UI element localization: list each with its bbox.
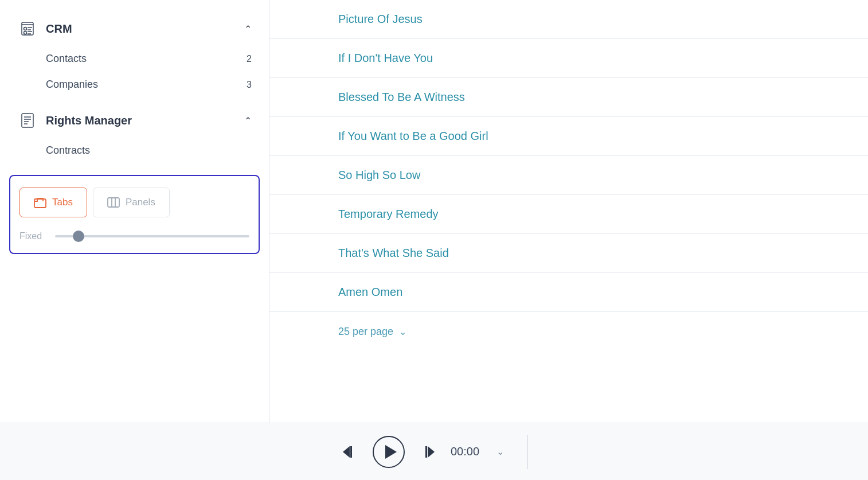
svg-marker-21 bbox=[428, 446, 435, 458]
contacts-label: Contacts bbox=[46, 53, 87, 65]
pagination-row: 25 per page ⌄ bbox=[269, 312, 868, 352]
companies-count: 3 bbox=[247, 80, 252, 90]
crm-section-header[interactable]: CRM ⌃ bbox=[0, 11, 269, 46]
song-title: Amen Omen bbox=[338, 286, 402, 299]
svg-marker-17 bbox=[343, 446, 350, 458]
list-item[interactable]: Temporary Remedy bbox=[269, 195, 868, 234]
rights-chevron: ⌃ bbox=[244, 115, 252, 126]
sidebar: CRM ⌃ Contacts 2 Companies 3 bbox=[0, 0, 269, 423]
player-divider bbox=[527, 435, 527, 469]
song-title: If I Don't Have You bbox=[338, 52, 433, 65]
panels-button[interactable]: Panels bbox=[93, 188, 170, 217]
rights-sub-items: Contracts bbox=[0, 138, 269, 163]
time-display: 00:00 bbox=[451, 445, 479, 458]
slider-thumb[interactable] bbox=[73, 231, 84, 242]
play-button[interactable] bbox=[373, 436, 405, 468]
main-layout: CRM ⌃ Contacts 2 Companies 3 bbox=[0, 0, 868, 423]
sidebar-content: CRM ⌃ Contacts 2 Companies 3 bbox=[0, 0, 269, 423]
rights-section-header[interactable]: Rights Manager ⌃ bbox=[0, 103, 269, 138]
crm-chevron: ⌃ bbox=[244, 24, 252, 34]
skip-forward-button[interactable] bbox=[419, 443, 437, 461]
list-item[interactable]: So High So Low bbox=[269, 156, 868, 195]
contacts-count: 2 bbox=[247, 54, 252, 64]
slider-label: Fixed bbox=[19, 231, 47, 241]
list-item[interactable]: If I Don't Have You bbox=[269, 39, 868, 78]
slider-track[interactable] bbox=[55, 235, 249, 237]
svg-rect-14 bbox=[108, 198, 119, 207]
companies-label: Companies bbox=[46, 79, 98, 91]
list-item[interactable]: Picture Of Jesus bbox=[269, 0, 868, 39]
svg-rect-8 bbox=[22, 114, 33, 127]
svg-rect-18 bbox=[350, 446, 352, 458]
crm-sub-items: Contacts 2 Companies 3 bbox=[0, 46, 269, 97]
sidebar-section-crm: CRM ⌃ Contacts 2 Companies 3 bbox=[0, 11, 269, 97]
pagination-label: 25 per page bbox=[338, 326, 393, 338]
svg-rect-13 bbox=[34, 199, 46, 208]
song-title: Blessed To Be A Witness bbox=[338, 91, 465, 104]
crm-title: CRM bbox=[46, 22, 244, 36]
rights-title: Rights Manager bbox=[46, 114, 244, 127]
list-item[interactable]: That's What She Said bbox=[269, 234, 868, 273]
list-item[interactable]: If You Want to Be a Good Girl bbox=[269, 117, 868, 156]
song-list: Picture Of Jesus If I Don't Have You Ble… bbox=[269, 0, 868, 423]
song-title: If You Want to Be a Good Girl bbox=[338, 130, 488, 143]
sidebar-section-rights: Rights Manager ⌃ Contracts bbox=[0, 103, 269, 163]
svg-point-2 bbox=[24, 28, 27, 30]
skip-back-button[interactable] bbox=[341, 443, 359, 461]
widget-box: Tabs Panels Fixed bbox=[9, 175, 260, 254]
sidebar-item-contacts[interactable]: Contacts 2 bbox=[46, 46, 252, 72]
panels-label: Panels bbox=[126, 197, 155, 208]
list-item[interactable]: Amen Omen bbox=[269, 273, 868, 312]
sidebar-item-companies[interactable]: Companies 3 bbox=[46, 72, 252, 97]
svg-point-5 bbox=[24, 32, 27, 34]
tabs-button[interactable]: Tabs bbox=[19, 188, 87, 217]
song-title: So High So Low bbox=[338, 169, 420, 182]
slider-row: Fixed bbox=[19, 231, 249, 241]
list-item[interactable]: Blessed To Be A Witness bbox=[269, 78, 868, 117]
song-title: Temporary Remedy bbox=[338, 208, 439, 221]
pagination-chevron-icon[interactable]: ⌄ bbox=[399, 326, 406, 337]
song-title: Picture Of Jesus bbox=[338, 13, 423, 26]
song-title: That's What She Said bbox=[338, 247, 449, 260]
svg-marker-20 bbox=[385, 445, 397, 459]
contracts-label: Contracts bbox=[46, 145, 90, 157]
bottom-player: 00:00 ⌄ bbox=[0, 423, 868, 480]
tabs-label: Tabs bbox=[52, 197, 73, 208]
main-content: Picture Of Jesus If I Don't Have You Ble… bbox=[269, 0, 868, 423]
crm-icon bbox=[17, 18, 38, 39]
rights-icon bbox=[17, 110, 38, 131]
sidebar-item-contracts[interactable]: Contracts bbox=[46, 138, 252, 163]
svg-rect-22 bbox=[425, 446, 427, 458]
time-chevron-icon[interactable]: ⌄ bbox=[496, 446, 504, 457]
widget-buttons: Tabs Panels bbox=[19, 188, 249, 217]
player-controls: 00:00 ⌄ bbox=[341, 436, 504, 468]
